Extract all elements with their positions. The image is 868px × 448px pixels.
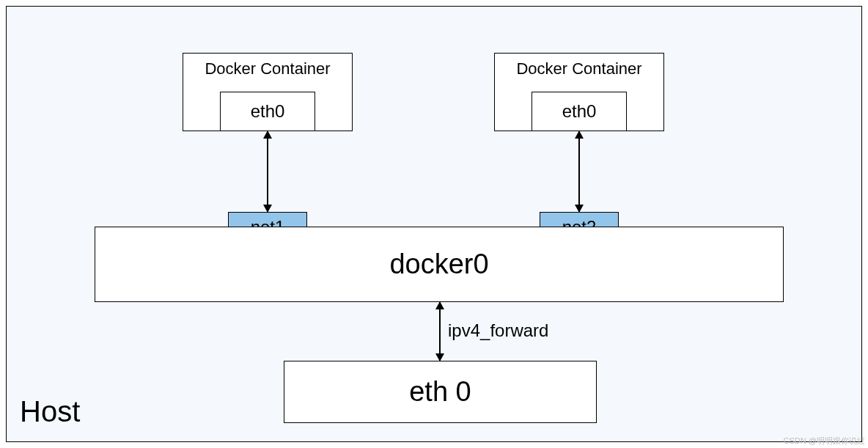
container-1-eth: eth0 — [220, 92, 315, 131]
container-1-label: Docker Container — [183, 59, 352, 78]
arrow-container1-to-net1 — [267, 131, 268, 212]
host-eth0: eth 0 — [284, 361, 597, 423]
arrow-container2-to-net2 — [578, 131, 580, 212]
host-label: Host — [20, 395, 80, 428]
docker0-bridge: docker0 — [95, 227, 784, 302]
watermark: CSDN @明明跟你说过 — [784, 436, 865, 447]
container-2-eth: eth0 — [532, 92, 627, 131]
docker-container-1: Docker Container eth0 — [183, 53, 353, 131]
ipv4-forward-label: ipv4_forward — [448, 320, 548, 341]
arrow-docker0-to-eth0 — [439, 302, 441, 361]
docker-container-2: Docker Container eth0 — [494, 53, 664, 131]
container-2-label: Docker Container — [495, 59, 663, 78]
host-container: Host Docker Container eth0 Docker Contai… — [6, 6, 862, 442]
